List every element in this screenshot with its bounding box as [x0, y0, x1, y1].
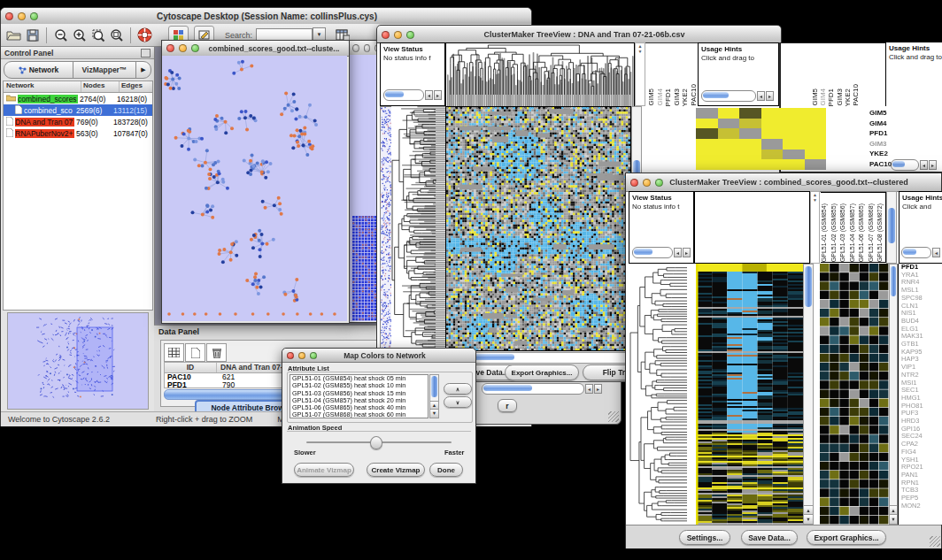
treeview2-label-scroll-arrows[interactable]: ▲▼: [810, 191, 820, 264]
treeview2-zoom-heatmap[interactable]: [820, 264, 889, 525]
settings-button[interactable]: Settings...: [679, 530, 730, 545]
resize-grip[interactable]: [930, 536, 940, 547]
minimize-icon[interactable]: [18, 12, 26, 20]
select-attributes-icon[interactable]: [164, 343, 184, 362]
minimize-icon[interactable]: [364, 44, 371, 52]
close-icon[interactable]: [287, 352, 294, 359]
network1-canvas[interactable]: [162, 56, 347, 321]
fragment-button[interactable]: r: [498, 399, 517, 412]
column-label[interactable]: PFD1: [664, 88, 672, 106]
treeview1-zoom-matrix[interactable]: [696, 108, 826, 170]
gene-label[interactable]: PFD1: [869, 128, 923, 139]
tab-network[interactable]: Network: [4, 62, 73, 78]
treeview2-gene-dendrogram[interactable]: [629, 264, 694, 525]
open-file-icon[interactable]: [4, 27, 23, 43]
network-row[interactable]: RNAPuberNov2+ 563(0) 107847(0): [4, 127, 152, 139]
view-status-scrollbar[interactable]: ◄►: [632, 247, 691, 258]
gene-label[interactable]: PAC10: [869, 159, 923, 170]
network1-title-bar[interactable]: combined_scores_good.txt--cluste...: [162, 41, 349, 57]
network-overview-thumbnail[interactable]: [7, 312, 149, 410]
speed-slider-thumb[interactable]: [370, 436, 382, 449]
treeview2-heatmap[interactable]: [696, 264, 803, 525]
column-label[interactable]: GPL51-04 (GSM857): [849, 203, 858, 262]
treeview1-column-dendrogram[interactable]: [445, 42, 635, 108]
zoom-selected-icon[interactable]: [89, 27, 107, 43]
zoom-window-icon[interactable]: [30, 12, 38, 20]
gene-label[interactable]: GIM3: [869, 139, 923, 150]
close-icon[interactable]: [382, 31, 390, 39]
attribute-list-item[interactable]: GPL51-07 (GSM868) heat shock 60 min: [290, 411, 428, 418]
scroll-down-icon[interactable]: ▼: [430, 409, 438, 418]
help-lifesaver-icon[interactable]: [135, 27, 154, 43]
dialog-title-bar[interactable]: Map Colors to Network: [282, 349, 475, 363]
create-vizmap-button[interactable]: Create Vizmap: [367, 463, 425, 477]
zoom-in-icon[interactable]: [70, 27, 89, 43]
column-label[interactable]: GIM5: [811, 88, 818, 106]
usage-hints-scrollbar[interactable]: ◄: [901, 247, 940, 258]
column-label[interactable]: PFD1: [827, 88, 834, 106]
scroll-down-icon[interactable]: ▼: [890, 514, 897, 524]
column-label[interactable]: GIM5: [647, 88, 655, 106]
treeview1-dendro-scroll-arrows[interactable]: ▲▼: [635, 42, 645, 106]
treeview2-zoom-vscrollbar[interactable]: ▲ ▼: [889, 264, 898, 525]
close-icon[interactable]: [5, 12, 13, 20]
treeview2-column-dendrogram-area[interactable]: [694, 191, 810, 264]
column-label[interactable]: GIM3: [836, 88, 843, 106]
network-row-selected[interactable]: combined_sco 2569(6) 13112(15): [4, 104, 152, 116]
zoom-window-icon[interactable]: [406, 31, 414, 39]
zoom-window-icon[interactable]: [310, 352, 317, 359]
minimize-icon[interactable]: [179, 44, 187, 52]
column-label[interactable]: GIM3: [673, 88, 681, 106]
id-column-header[interactable]: ID: [165, 363, 217, 372]
delete-attribute-icon[interactable]: [206, 343, 227, 362]
treeview2-heatmap-vscrollbar[interactable]: ▲ ▼: [803, 264, 814, 525]
close-icon[interactable]: [352, 44, 359, 52]
column-label[interactable]: GPL51-03 (GSM856): [839, 203, 848, 262]
column-label[interactable]: GIM4: [656, 88, 664, 106]
network-row[interactable]: combined_scores 2764(0) 16218(0): [4, 93, 152, 104]
network-row[interactable]: DNA and Tran 07 769(0) 183728(0): [4, 116, 152, 127]
save-session-icon[interactable]: [23, 27, 42, 43]
resize-grip[interactable]: [608, 411, 619, 422]
export-graphics-button[interactable]: Export Graphics...: [505, 364, 579, 380]
float-panel-icon[interactable]: [141, 49, 151, 58]
column-label[interactable]: GPL51-07 (GSM868): [868, 203, 876, 262]
fragment-scrollbar[interactable]: ◄►: [482, 383, 602, 395]
main-title-bar[interactable]: Cytoscape Desktop (Session Name: collins…: [1, 8, 531, 25]
gene-label[interactable]: YKE2: [869, 149, 923, 159]
column-label[interactable]: YKE2: [844, 88, 851, 106]
minimize-icon[interactable]: [298, 352, 305, 359]
column-label[interactable]: GPL51-08 (GSM872): [876, 203, 885, 262]
done-button[interactable]: Done: [429, 463, 463, 477]
gene-label[interactable]: GIM5: [869, 108, 923, 119]
close-icon[interactable]: [166, 44, 174, 52]
export-graphics-button[interactable]: Export Graphics...: [807, 530, 886, 545]
treeview1-title-bar[interactable]: ClusterMaker TreeView : DNA and Tran 07-…: [376, 25, 782, 44]
move-down-button[interactable]: ∨: [444, 396, 472, 408]
gene-label[interactable]: MON2: [901, 502, 942, 510]
usage-hints-scrollbar[interactable]: ◄►: [701, 90, 774, 102]
zoom-window-icon[interactable]: [655, 179, 663, 187]
zoom-window-icon[interactable]: [191, 44, 199, 52]
tab-overflow-arrow[interactable]: ▶: [136, 62, 151, 78]
view-status-scrollbar[interactable]: ◄►: [383, 89, 442, 101]
scroll-down-icon[interactable]: ▼: [804, 514, 813, 524]
column-label[interactable]: PAC10: [690, 84, 698, 106]
column-label[interactable]: GPL51-06 (GSM865): [858, 203, 867, 262]
treeview1-gene-dendrogram[interactable]: [391, 106, 445, 349]
treeview2-column-labels-scrollbar[interactable]: [886, 191, 897, 264]
attribute-list-scrollbar[interactable]: ▲ ▼: [429, 374, 439, 418]
column-label[interactable]: GPL51-01 (GSM854): [821, 203, 830, 262]
col-header-nodes[interactable]: Nodes: [81, 81, 120, 92]
col-header-network[interactable]: Network: [4, 81, 81, 92]
minimize-icon[interactable]: [394, 31, 402, 39]
close-icon[interactable]: [630, 179, 638, 187]
gene-label[interactable]: GIM4: [869, 119, 923, 129]
column-label[interactable]: GPL51-02 (GSM855): [830, 203, 839, 262]
zoom-out-icon[interactable]: [51, 27, 70, 43]
tab-vizmapper[interactable]: VizMapper™: [73, 62, 136, 78]
treeview1-heatmap[interactable]: [445, 106, 631, 351]
treeview1-global-overview-strip[interactable]: [380, 106, 392, 351]
zoom-fit-icon[interactable]: [107, 27, 126, 43]
animate-vizmap-button[interactable]: Animate Vizmap: [294, 463, 354, 477]
